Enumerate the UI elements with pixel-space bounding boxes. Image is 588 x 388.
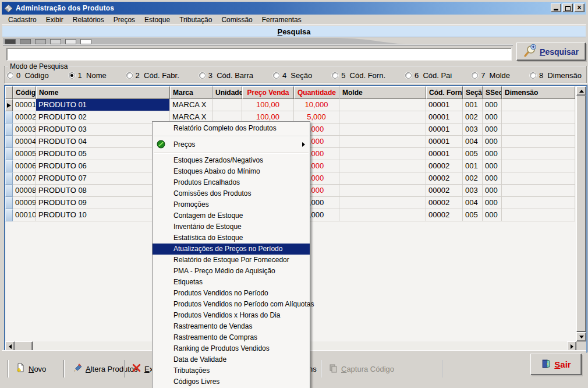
grid-cell-marca[interactable]: MARCA X — [170, 99, 212, 111]
search-mode-option-3-cod-barra[interactable]: 3 Cód. Barra — [199, 71, 253, 80]
captura-codigo-button[interactable]: Captura Código — [325, 360, 398, 378]
grid-cell-ssec[interactable]: 000 — [483, 185, 502, 197]
search-mode-option-4-secao[interactable]: 4 Seção — [273, 71, 312, 80]
minimize-button[interactable] — [551, 3, 561, 12]
grid-cell-nome[interactable]: PRODUTO 09 — [36, 197, 170, 209]
grid-cell-ssec[interactable]: 000 — [483, 111, 502, 124]
grid-cell-cod_forn[interactable]: 00001 — [426, 148, 463, 160]
context-menu-item-pma-preco-medio-de-aquisicao[interactable]: PMA - Preço Médio de Aquisição — [153, 266, 310, 277]
context-menu-item-codigos-livres[interactable]: Códigos Livres — [153, 376, 310, 387]
scroll-up-button[interactable] — [576, 86, 586, 96]
context-menu-item-promocoes[interactable]: Promoções — [153, 199, 310, 210]
scroll-down-button[interactable] — [576, 332, 586, 341]
context-menu-item-produtos-vendidos-no-periodo-com-aliquotas[interactable]: Produtos Vendidos no Período com Alíquot… — [153, 299, 310, 310]
search-mode-option-6-cod-pai[interactable]: 6 Cód. Pai — [405, 71, 452, 80]
grid-cell-cod_forn[interactable]: 00002 — [426, 209, 463, 221]
grid-cell-codigo[interactable]: 00003 — [13, 124, 36, 136]
grid-cell-dimensao[interactable] — [502, 99, 575, 111]
context-menu-item-relatorio-completo-dos-produtos[interactable]: Relatório Completo dos Produtos — [153, 123, 310, 134]
context-menu-item-produtos-vendidos-x-horas-do-dia[interactable]: Produtos Vendidos x Horas do Dia — [153, 310, 310, 321]
grid-cell-molde[interactable] — [339, 160, 426, 172]
grid-cell-ssec[interactable]: 000 — [483, 148, 502, 160]
menu-item-estoque[interactable]: Estoque — [140, 15, 175, 24]
grid-cell-cod_forn[interactable]: 00002 — [426, 185, 463, 197]
context-menu-item-atualizacoes-de-precos-no-periodo[interactable]: Atualizações de Preços no Período — [153, 244, 310, 255]
grid-cell-codigo[interactable]: 00002 — [13, 111, 36, 124]
vertical-scroll-thumb[interactable] — [576, 96, 586, 332]
search-mode-option-0-codigo[interactable]: 0 Código — [7, 71, 49, 80]
context-menu-item-estatistica-do-estoque[interactable]: Estatística do Estoque — [153, 232, 310, 244]
context-menu-item-data-de-validade[interactable]: Data de Validade — [153, 354, 310, 365]
context-menu-item-tributacoes[interactable]: Tributações — [153, 365, 310, 376]
grid-cell-secao[interactable]: 004 — [463, 197, 483, 209]
grid-cell-secao[interactable]: 001 — [463, 99, 483, 111]
maximize-button[interactable] — [562, 3, 573, 12]
context-menu-item-ranking-de-produtos-vendidos[interactable]: Ranking de Produtos Vendidos — [153, 343, 310, 354]
menu-item-cadastro[interactable]: Cadastro — [3, 15, 41, 24]
search-mode-option-2-cod-fabr[interactable]: 2 Cód. Fabr. — [126, 71, 179, 80]
grid-cell-dimensao[interactable] — [502, 185, 575, 197]
grid-cell-ssec[interactable]: 000 — [483, 209, 502, 221]
novo-button[interactable]: Novo — [12, 360, 49, 378]
context-menu-item-rastreamento-de-vendas[interactable]: Rastreamento de Vendas — [153, 321, 310, 332]
context-menu-item-rastreamento-de-compras[interactable]: Rastreamento de Compras — [153, 332, 310, 343]
grid-cell-secao[interactable]: 003 — [463, 185, 483, 197]
grid-cell-dimensao[interactable] — [502, 160, 575, 172]
grid-cell-dimensao[interactable] — [502, 111, 575, 124]
grid-cell-molde[interactable] — [339, 111, 426, 124]
context-menu-item-produtos-vendidos-no-periodo[interactable]: Produtos Vendidos no Período — [153, 288, 310, 299]
context-menu-item-etiquetas[interactable]: Etiquetas — [153, 277, 310, 288]
search-input[interactable] — [6, 48, 512, 61]
search-mode-option-8-dimensao[interactable]: 8 Dimensão — [530, 71, 582, 80]
grid-cell-molde[interactable] — [339, 172, 426, 185]
menu-item-relatorios[interactable]: Relatórios — [68, 15, 109, 24]
grid-cell-ssec[interactable]: 000 — [483, 197, 502, 209]
grid-cell-dimensao[interactable] — [502, 172, 575, 185]
grid-cell-molde[interactable] — [339, 148, 426, 160]
search-mode-option-5-cod-forn[interactable]: 5 Cód. Forn. — [332, 71, 385, 80]
grid-cell-dimensao[interactable] — [502, 197, 575, 209]
grid-cell-secao[interactable]: 003 — [463, 124, 483, 136]
grid-cell-codigo[interactable]: 00005 — [13, 148, 36, 160]
grid-cell-nome[interactable]: PRODUTO 01 — [36, 99, 170, 111]
grid-cell-dimensao[interactable] — [502, 148, 575, 160]
grid-cell-nome[interactable]: PRODUTO 07 — [36, 172, 170, 185]
search-mode-option-7-molde[interactable]: 7 Molde — [472, 71, 510, 80]
context-menu-item-precos[interactable]: Preços — [153, 138, 310, 151]
grid-cell-nome[interactable]: PRODUTO 04 — [36, 136, 170, 148]
context-menu-item-produtos-encalhados[interactable]: Produtos Encalhados — [153, 177, 310, 188]
menu-item-tributacao[interactable]: Tributação — [175, 15, 217, 24]
grid-cell-unidade[interactable] — [212, 99, 242, 111]
grid-cell-molde[interactable] — [339, 136, 426, 148]
grid-cell-cod_forn[interactable]: 00002 — [426, 197, 463, 209]
grid-cell-nome[interactable]: PRODUTO 03 — [36, 124, 170, 136]
grid-cell-codigo[interactable]: 00009 — [13, 197, 36, 209]
grid-cell-cod_forn[interactable]: 00001 — [426, 136, 463, 148]
grid-cell-preco_venda[interactable]: 100,00 — [242, 99, 294, 111]
grid-cell-secao[interactable]: 005 — [463, 209, 483, 221]
context-menu-item-estoques-zerados-negativos[interactable]: Estoques Zerados/Negativos — [153, 155, 310, 166]
grid-cell-nome[interactable]: PRODUTO 05 — [36, 148, 170, 160]
grid-cell-ssec[interactable]: 000 — [483, 99, 502, 111]
grid-cell-cod_forn[interactable]: 00001 — [426, 111, 463, 124]
close-button[interactable]: × — [574, 3, 585, 12]
grid-cell-nome[interactable]: PRODUTO 06 — [36, 160, 170, 172]
grid-cell-codigo[interactable]: 00001 — [13, 99, 36, 111]
menu-item-exibir[interactable]: Exibir — [41, 15, 68, 24]
grid-cell-molde[interactable] — [339, 197, 426, 209]
grid-cell-codigo[interactable]: 00006 — [13, 160, 36, 172]
grid-cell-cod_forn[interactable]: 00002 — [426, 160, 463, 172]
grid-cell-nome[interactable]: PRODUTO 08 — [36, 185, 170, 197]
grid-cell-molde[interactable] — [339, 99, 426, 111]
grid-cell-secao[interactable]: 002 — [463, 172, 483, 185]
grid-cell-cod_forn[interactable]: 00002 — [426, 172, 463, 185]
grid-cell-cod_forn[interactable]: 00001 — [426, 99, 463, 111]
grid-cell-codigo[interactable]: 00007 — [13, 172, 36, 185]
grid-cell-quantidade[interactable]: 10,000 — [294, 99, 339, 111]
grid-cell-dimensao[interactable] — [502, 136, 575, 148]
vertical-scrollbar[interactable] — [576, 86, 586, 341]
grid-cell-secao[interactable]: 004 — [463, 136, 483, 148]
grid-cell-cod_forn[interactable]: 00001 — [426, 124, 463, 136]
grid-cell-codigo[interactable]: 00008 — [13, 185, 36, 197]
grid-cell-ssec[interactable]: 000 — [483, 136, 502, 148]
